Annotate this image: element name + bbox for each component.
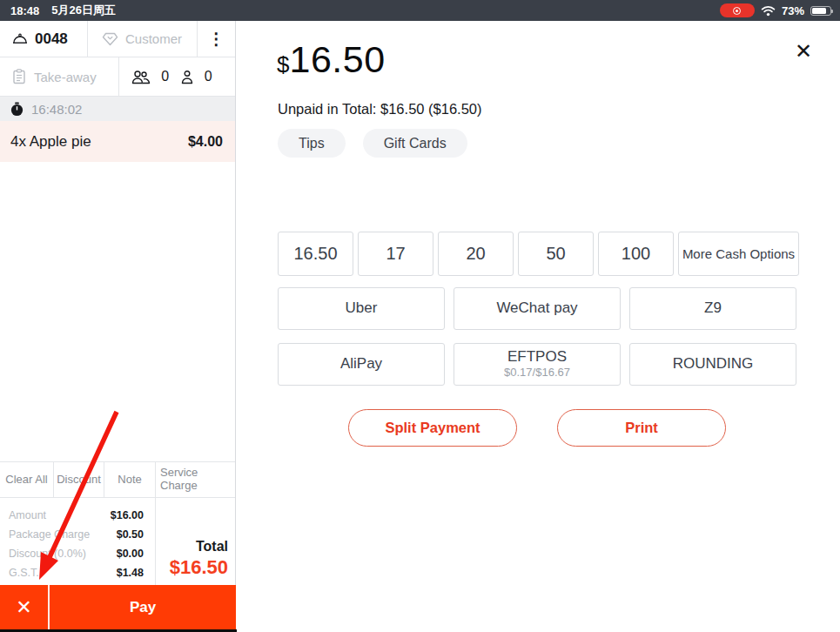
order-actions-row: Clear All Discount Note Service Charge	[0, 461, 235, 498]
total-label: Total	[196, 539, 228, 555]
cash-option-label: 16.50	[293, 244, 337, 264]
amount-due: $16.50	[277, 38, 386, 81]
method-label: Z9	[704, 300, 722, 317]
summary-label: Amount	[9, 509, 46, 521]
order-header-row: 0048 Customer ⋮	[0, 21, 235, 57]
service-charge-button[interactable]: Service Charge	[156, 462, 235, 497]
summary-row-gst: G.S.T. $1.48	[0, 563, 155, 582]
cancel-order-button[interactable]: ✕	[0, 585, 50, 629]
person-icon	[180, 70, 194, 84]
wechat-pay-button[interactable]: WeChat pay	[454, 287, 621, 330]
gift-cards-label: Gift Cards	[384, 136, 447, 151]
cash-option-label: 100	[622, 244, 650, 264]
pay-label: Pay	[130, 599, 156, 616]
status-left: 18:48 5月26日周五	[10, 3, 116, 18]
method-label: WeChat pay	[496, 300, 577, 317]
more-cash-label: More Cash Options	[682, 246, 795, 261]
note-button[interactable]: Note	[104, 462, 156, 497]
clear-all-button[interactable]: Clear All	[0, 462, 54, 497]
rounding-button[interactable]: ROUNDING	[629, 343, 796, 386]
close-icon: ✕	[795, 39, 812, 64]
split-payment-label: Split Payment	[385, 420, 480, 436]
close-payment-button[interactable]: ✕	[790, 38, 816, 64]
dish-cloche-icon	[12, 32, 28, 46]
summary-label: G.S.T.	[9, 567, 39, 579]
order-timestamp-row: 16:48:02	[0, 97, 235, 121]
clipboard-icon	[12, 69, 26, 84]
status-right: 73%	[720, 3, 831, 17]
cash-option-label: 20	[466, 244, 485, 264]
cash-option-50[interactable]: 50	[518, 232, 594, 276]
method-label: ROUNDING	[673, 356, 754, 373]
summary-row-package: Package Charge $0.50	[0, 525, 155, 544]
battery-percent: 73%	[782, 4, 804, 17]
note-label: Note	[118, 474, 141, 487]
method-label: EFTPOS	[507, 349, 567, 366]
customer-button[interactable]: Customer	[88, 21, 198, 57]
diamond-icon	[102, 32, 118, 46]
order-time: 16:48:02	[31, 102, 82, 117]
summary-label: Package Charge	[9, 528, 90, 541]
order-menu-button[interactable]: ⋮	[198, 21, 235, 57]
pay-bar: ✕ Pay	[0, 585, 236, 629]
alipay-button[interactable]: AliPay	[278, 343, 445, 386]
tips-chip[interactable]: Tips	[278, 129, 346, 158]
wifi-icon	[761, 5, 776, 17]
record-ring	[733, 7, 741, 15]
item-name: 4x Apple pie	[10, 133, 91, 151]
payment-methods-row-1: Uber WeChat pay Z9	[278, 287, 796, 330]
guest-counts[interactable]: 0 0	[119, 57, 235, 96]
cash-option-100[interactable]: 100	[598, 232, 674, 276]
split-payment-button[interactable]: Split Payment	[348, 409, 517, 447]
battery-icon	[810, 6, 831, 16]
order-summary: Amount $16.00 Package Charge $0.50 Disco…	[0, 498, 155, 585]
order-number-cell[interactable]: 0048	[0, 21, 88, 57]
group-icon	[131, 70, 151, 84]
method-label: AliPay	[340, 356, 382, 373]
summary-row-amount: Amount $16.00	[0, 506, 155, 525]
guest-count: 0	[194, 69, 224, 84]
app-frame: 18:48 5月26日周五 73% 0048	[0, 0, 840, 632]
more-cash-options-button[interactable]: More Cash Options	[678, 232, 799, 276]
cash-option-label: 17	[386, 244, 405, 264]
discount-button[interactable]: Discount	[54, 462, 104, 497]
summary-row-discount: Discount (0.0%) $0.00	[0, 544, 155, 563]
kebab-icon: ⋮	[208, 29, 225, 49]
print-button[interactable]: Print	[557, 409, 726, 447]
discount-label: Discount	[57, 474, 101, 487]
tips-label: Tips	[299, 136, 325, 151]
payment-chips: Tips Gift Cards	[278, 129, 467, 158]
payment-panel: ✕ $16.50 Unpaid in Total: $16.50 ($16.50…	[237, 21, 840, 632]
unpaid-total-line: Unpaid in Total: $16.50 ($16.50)	[278, 101, 482, 118]
cash-option-1650[interactable]: 16.50	[278, 232, 353, 276]
service-charge-label: Service Charge	[160, 467, 235, 493]
summary-value: $16.00	[111, 509, 144, 521]
cash-option-20[interactable]: 20	[438, 232, 514, 276]
method-sub: $0.17/$16.67	[504, 366, 570, 380]
amount-due-value: 16.50	[289, 38, 385, 80]
cash-option-label: 50	[546, 244, 565, 264]
summary-label: Discount (0.0%)	[9, 548, 86, 560]
currency-symbol: $	[277, 51, 289, 77]
order-number: 0048	[35, 30, 68, 48]
screen-record-icon[interactable]	[720, 3, 755, 17]
order-type-row: Take-away 0 0	[0, 57, 235, 97]
status-date: 5月26日周五	[51, 3, 116, 18]
order-type-button[interactable]: Take-away	[0, 57, 119, 96]
customer-label: Customer	[125, 31, 182, 46]
gift-cards-chip[interactable]: Gift Cards	[363, 129, 467, 158]
item-price: $4.00	[188, 134, 223, 150]
z9-button[interactable]: Z9	[629, 287, 796, 330]
order-total: Total $16.50	[155, 498, 236, 585]
order-item-row[interactable]: 4x Apple pie $4.00	[0, 121, 235, 162]
cash-option-17[interactable]: 17	[358, 232, 433, 276]
order-panel: 0048 Customer ⋮	[0, 21, 236, 585]
uber-button[interactable]: Uber	[278, 287, 445, 330]
status-bar: 18:48 5月26日周五 73%	[0, 0, 840, 21]
order-type-label: Take-away	[34, 70, 97, 84]
stopwatch-icon	[10, 102, 24, 117]
pay-button[interactable]: Pay	[50, 585, 236, 629]
summary-value: $1.48	[117, 567, 144, 579]
eftpos-button[interactable]: EFTPOS $0.17/$16.67	[454, 343, 621, 386]
summary-value: $0.00	[117, 548, 144, 560]
